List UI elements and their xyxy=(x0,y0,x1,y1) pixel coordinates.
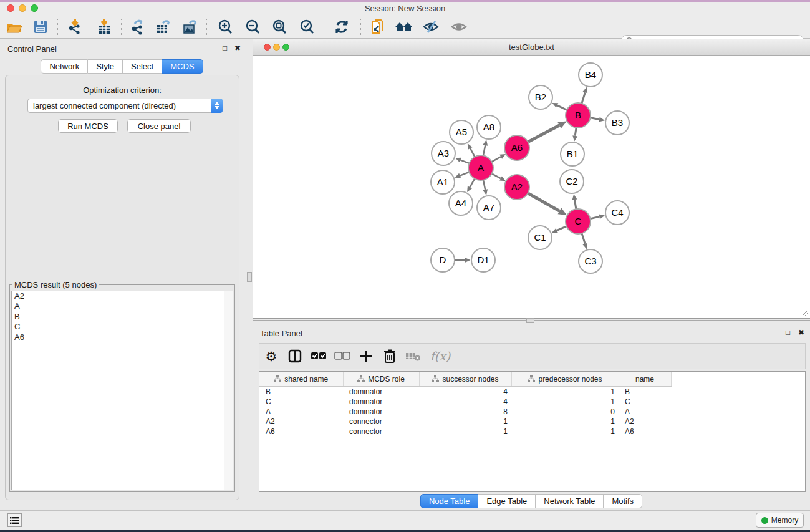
column-header-shared-name[interactable]: shared name xyxy=(259,372,343,387)
table-cell[interactable]: A2 xyxy=(619,417,671,427)
network-canvas[interactable]: B4B2BB3A8A5A6A3B1AC2A1A2A4A7C4CC1C3DD1 xyxy=(253,56,809,318)
export-network-button[interactable] xyxy=(126,17,148,37)
zoom-fit-button[interactable] xyxy=(268,17,291,37)
import-network-button[interactable] xyxy=(64,17,86,37)
export-table-button[interactable] xyxy=(152,17,174,37)
zoom-selected-button[interactable] xyxy=(296,17,318,37)
tab-select[interactable]: Select xyxy=(123,59,162,74)
edge-A-A7[interactable] xyxy=(483,180,485,190)
table-cell[interactable]: dominator xyxy=(343,387,419,397)
float-table-panel-icon[interactable]: □ xyxy=(786,328,790,337)
mcds-result-item[interactable]: A xyxy=(12,301,233,311)
tab-style[interactable]: Style xyxy=(88,59,123,74)
column-header-successor-nodes[interactable]: successor nodes xyxy=(419,372,511,387)
run-mcds-button[interactable]: Run MCDS xyxy=(58,119,118,133)
table-cell[interactable]: 1 xyxy=(511,397,619,407)
table-cell[interactable]: A2 xyxy=(259,417,343,427)
mcds-result-item[interactable]: A6 xyxy=(12,332,233,342)
table-cell[interactable]: 1 xyxy=(511,417,619,427)
hide-selected-button[interactable] xyxy=(420,17,442,37)
table-cell[interactable]: 4 xyxy=(419,387,511,397)
tab-edge-table[interactable]: Edge Table xyxy=(478,494,536,508)
table-cell[interactable]: B xyxy=(619,387,671,397)
export-image-button[interactable] xyxy=(178,17,201,37)
add-column-button[interactable] xyxy=(354,345,378,367)
resize-grip-icon[interactable] xyxy=(801,309,809,317)
float-panel-icon[interactable]: □ xyxy=(223,44,227,52)
close-panel-icon[interactable]: ✖ xyxy=(234,44,241,52)
table-cell[interactable]: dominator xyxy=(343,407,419,417)
vertical-split-handle[interactable] xyxy=(247,272,252,282)
edge-A-A1[interactable] xyxy=(460,172,470,176)
table-row[interactable]: Bdominator41B xyxy=(259,387,806,397)
network-window-titlebar[interactable]: testGlobe.txt xyxy=(253,39,810,56)
edge-A-A3[interactable] xyxy=(461,160,470,164)
tab-node-table[interactable]: Node Table xyxy=(420,494,479,508)
edge-A-A8[interactable] xyxy=(483,145,485,156)
table-cell[interactable]: C xyxy=(619,397,671,407)
edge-A-A5[interactable] xyxy=(470,148,475,157)
mcds-result-item[interactable]: A2 xyxy=(12,291,233,301)
table-cell[interactable]: 1 xyxy=(511,387,619,397)
edge-A2-C[interactable] xyxy=(528,193,560,211)
table-cell[interactable]: 1 xyxy=(511,427,619,437)
table-cell[interactable]: connector xyxy=(343,427,419,437)
edge-C-C1[interactable] xyxy=(557,226,567,230)
save-session-button[interactable] xyxy=(29,17,52,37)
close-table-panel-icon[interactable]: ✖ xyxy=(798,328,804,337)
memory-button[interactable]: Memory xyxy=(756,513,804,528)
edge-A6-B[interactable] xyxy=(528,125,559,142)
table-cell[interactable]: B xyxy=(259,387,343,397)
home-button[interactable] xyxy=(393,17,415,37)
mcds-result-item[interactable]: C xyxy=(12,322,233,332)
edge-A-A6[interactable] xyxy=(491,157,501,162)
table-cell[interactable]: 0 xyxy=(511,407,619,417)
mcds-result-list[interactable]: A2ABCA6 xyxy=(11,291,233,490)
edge-C-C4[interactable] xyxy=(590,216,600,218)
table-cell[interactable]: C xyxy=(259,397,343,407)
table-cell[interactable]: A6 xyxy=(619,427,671,437)
function-builder-button[interactable]: f(x) xyxy=(425,345,455,367)
zoom-out-button[interactable] xyxy=(241,17,264,37)
edge-B-B4[interactable] xyxy=(582,92,586,104)
criterion-select[interactable]: largest connected component (directed) xyxy=(27,99,223,113)
zoom-in-button[interactable] xyxy=(214,17,236,37)
table-cell[interactable]: 4 xyxy=(419,397,511,407)
refresh-view-button[interactable] xyxy=(330,17,353,37)
delete-column-button[interactable] xyxy=(378,345,402,367)
mcds-result-scrollbar[interactable] xyxy=(224,291,233,490)
tab-mcds[interactable]: MCDS xyxy=(162,59,203,74)
task-history-button[interactable] xyxy=(7,513,22,527)
table-row[interactable]: Adominator80A xyxy=(259,407,806,417)
edge-B-B1[interactable] xyxy=(575,127,576,136)
table-cell[interactable]: A6 xyxy=(259,427,343,437)
show-all-button[interactable] xyxy=(448,17,470,37)
delete-table-button[interactable] xyxy=(402,345,425,367)
clone-network-button[interactable] xyxy=(367,17,389,37)
import-table-button[interactable] xyxy=(93,17,115,37)
column-header-mcds-role[interactable]: MCDS role xyxy=(343,372,419,387)
tab-motifs[interactable]: Motifs xyxy=(604,494,642,508)
tab-network[interactable]: Network xyxy=(41,59,88,74)
table-cell[interactable]: connector xyxy=(343,417,419,427)
table-row[interactable]: A6connector11A6 xyxy=(259,427,806,437)
table-cell[interactable]: A xyxy=(619,407,671,417)
table-row[interactable]: Cdominator41C xyxy=(259,397,806,407)
table-cell[interactable]: 1 xyxy=(419,427,511,437)
edge-B-B2[interactable] xyxy=(557,105,567,110)
edge-C-C3[interactable] xyxy=(582,233,586,244)
edge-A-A2[interactable] xyxy=(491,173,501,178)
horizontal-split-handle[interactable] xyxy=(526,318,534,323)
table-cell[interactable]: 8 xyxy=(419,407,511,417)
edge-B-B3[interactable] xyxy=(590,118,599,120)
edge-C-C2[interactable] xyxy=(575,200,577,210)
edge-A-A4[interactable] xyxy=(470,178,475,188)
mcds-result-item[interactable]: B xyxy=(12,312,233,322)
close-panel-button[interactable]: Close panel xyxy=(127,119,191,133)
deselect-all-button[interactable] xyxy=(330,345,354,367)
tab-network-table[interactable]: Network Table xyxy=(536,494,604,508)
table-row[interactable]: A2connector11A2 xyxy=(259,417,806,427)
select-all-button[interactable] xyxy=(307,345,330,367)
table-cell[interactable]: dominator xyxy=(343,397,419,407)
table-settings-button[interactable]: ⚙ xyxy=(259,345,283,367)
